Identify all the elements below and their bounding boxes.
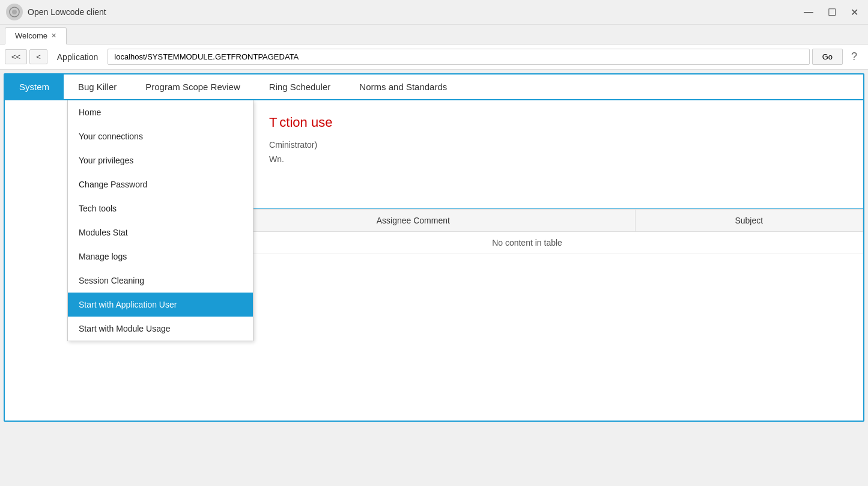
go-button[interactable]: Go <box>812 49 843 65</box>
page-sub2: Wn. <box>269 154 839 164</box>
minimize-button[interactable]: — <box>800 5 817 19</box>
table-empty-row: No content in table <box>192 232 863 254</box>
dropdown-item-techtools[interactable]: Tech tools <box>68 196 253 220</box>
menu-tab-programscope[interactable]: Program Scope Review <box>131 74 255 100</box>
maximize-button[interactable]: ☐ <box>824 5 840 19</box>
app-title: Open Lowcode client <box>28 7 106 17</box>
dropdown-item-password[interactable]: Change Password <box>68 172 253 196</box>
title-bar-left: Open Lowcode client <box>6 4 106 20</box>
col-header-assignee: Assignee Comment <box>192 210 636 232</box>
main-content: System Bug Killer Program Scope Review R… <box>4 73 864 422</box>
page-sub1: Cministrator) <box>269 140 839 150</box>
dropdown-item-managelogs[interactable]: Manage logs <box>68 245 253 269</box>
dropdown-menu: Home Your connections Your privileges Ch… <box>67 100 253 341</box>
dropdown-item-privileges[interactable]: Your privileges <box>68 148 253 172</box>
page-heading-t: T <box>269 115 277 130</box>
title-bar: Open Lowcode client — ☐ ✕ <box>0 0 868 25</box>
tab-welcome[interactable]: Welcome ✕ <box>5 27 67 44</box>
page-sub2-w: W <box>269 154 277 164</box>
dropdown-item-home[interactable]: Home <box>68 100 253 124</box>
svg-point-1 <box>12 10 17 14</box>
table-empty-message: No content in table <box>192 232 863 254</box>
dropdown-item-modulesstat[interactable]: Modules Stat <box>68 220 253 245</box>
dropdown-item-sessioncleaning[interactable]: Session Cleaning <box>68 269 253 293</box>
url-input[interactable] <box>108 49 809 65</box>
menu-tab-bugkiller[interactable]: Bug Killer <box>64 74 131 100</box>
nav-label: Application <box>50 50 106 64</box>
menu-tab-ringscheduler[interactable]: Ring Scheduler <box>255 74 345 100</box>
close-button[interactable]: ✕ <box>847 5 862 19</box>
page-sub1-c: C <box>269 140 275 150</box>
menu-tab-norms[interactable]: Norms and Standards <box>345 74 461 100</box>
back-button[interactable]: < <box>29 49 47 64</box>
dropdown-item-connections[interactable]: Your connections <box>68 124 253 148</box>
page-heading-rest: ction use <box>279 115 332 130</box>
tab-bar: Welcome ✕ <box>0 25 868 44</box>
data-table: Assignee Comment Subject No content in t… <box>191 209 863 254</box>
table-area: Assignee Comment Subject No content in t… <box>191 208 863 401</box>
help-button[interactable]: ? <box>845 48 863 65</box>
dropdown-item-moduleusage[interactable]: Start with Module Usage <box>68 317 253 341</box>
window-controls: — ☐ ✕ <box>800 5 862 19</box>
app-icon <box>6 4 23 20</box>
tab-welcome-label: Welcome <box>15 31 47 40</box>
col-header-subject: Subject <box>635 210 863 232</box>
page-sub2-detail: n. <box>277 154 284 164</box>
back-back-button[interactable]: << <box>5 49 27 64</box>
dropdown-item-appuser[interactable]: Start with Application User <box>68 293 253 317</box>
nav-bar: << < Application Go ? <box>0 44 868 70</box>
menu-tabs: System Bug Killer Program Scope Review R… <box>5 74 863 100</box>
tab-close-icon[interactable]: ✕ <box>51 32 56 40</box>
page-sub1-detail: ministrator) <box>275 140 317 150</box>
menu-tab-system[interactable]: System <box>5 74 64 100</box>
